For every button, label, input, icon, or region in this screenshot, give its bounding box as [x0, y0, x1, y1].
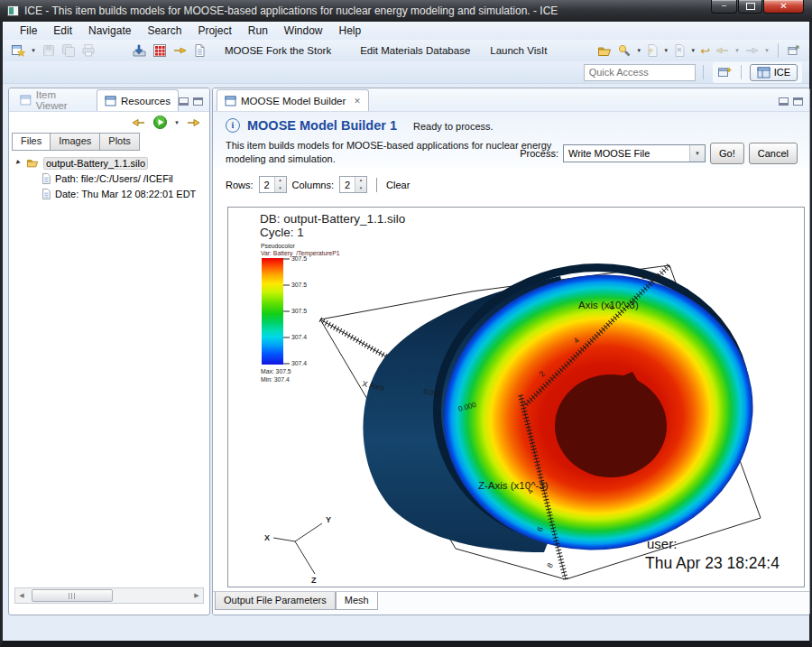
resource-subtabs: Files Images Plots	[9, 133, 209, 151]
next-annotation-dropdown[interactable]: ▼	[690, 48, 696, 53]
forward-arrow-icon	[744, 43, 760, 58]
go-button[interactable]: Go!	[710, 143, 744, 164]
window-title: ICE - This item builds models for MOOSE-…	[0, 0, 812, 22]
tab-moose-model-builder[interactable]: MOOSE Model Builder ✕	[217, 89, 369, 111]
menu-bar: File Edit Navigate Search Project Run Wi…	[3, 22, 809, 40]
new-item-page-icon[interactable]	[193, 43, 206, 58]
legend-title: Pseudocolor	[261, 243, 296, 249]
import-item-icon[interactable]	[132, 43, 147, 58]
moose-fork-button[interactable]: MOOSE Fork the Stork	[217, 43, 339, 58]
cycle-label: Cycle: 1	[260, 226, 304, 239]
rows-up-icon[interactable]: ▲	[275, 177, 286, 185]
tree-row-root[interactable]: ▾ output-Battery_1.1.silo	[15, 155, 209, 171]
back-history-icon[interactable]: ↩	[700, 44, 710, 58]
search-icon[interactable]	[617, 43, 632, 58]
previous-resource-icon[interactable]	[131, 116, 146, 129]
menu-navigate[interactable]: Navigate	[80, 23, 139, 38]
back-dropdown[interactable]: ▼	[734, 48, 740, 53]
play-resource-icon[interactable]	[152, 115, 168, 130]
date-label: Thu Apr 23 18:24:4	[645, 554, 780, 572]
maximize-button[interactable]	[738, 0, 762, 14]
menu-search[interactable]: Search	[139, 23, 189, 38]
grid-separator	[376, 178, 377, 192]
visualization-canvas[interactable]: Axis (x10^-3) Z-Axis (x10^-3) X Axis 0.0…	[227, 207, 805, 587]
open-resource-folder-icon[interactable]	[597, 44, 613, 58]
expander-icon[interactable]: ▾	[14, 157, 25, 169]
legend-max: Max: 307.5	[261, 368, 291, 374]
quick-access-input[interactable]	[584, 64, 696, 81]
file-icon	[41, 172, 51, 185]
minimize-button[interactable]: –	[711, 0, 737, 14]
z-axis-label: Z-Axis (x10^-3)	[478, 480, 549, 491]
minimize-editor-icon[interactable]	[779, 97, 789, 106]
edit-materials-button[interactable]: Edit Materials Database	[352, 43, 478, 58]
legend-tick: 307.4	[291, 360, 307, 366]
horizontal-scrollbar[interactable]: ◀ ▶	[14, 587, 204, 604]
cancel-button[interactable]: Cancel	[749, 143, 798, 164]
tab-output-file-parameters[interactable]: Output File Parameters	[215, 592, 336, 610]
columns-down-icon[interactable]: ▼	[355, 185, 366, 193]
detach-editor-icon[interactable]	[787, 44, 800, 57]
colorbar	[262, 258, 283, 365]
menu-project[interactable]: Project	[189, 23, 239, 38]
resources-label: Resources	[121, 96, 171, 106]
minimize-view-icon[interactable]	[179, 97, 189, 106]
rows-spinner[interactable]: 2 ▲▼	[259, 176, 287, 193]
triad-y-label: Y	[326, 515, 331, 524]
tree-row-date[interactable]: Date: Thu Mar 12 08:22:01 EDT	[41, 186, 209, 201]
process-combo[interactable]: Write MOOSE File ▼	[563, 144, 706, 162]
perspective-separator-2	[741, 65, 742, 79]
new-wizard-dropdown[interactable]: ▼	[31, 48, 36, 53]
scroll-left-icon[interactable]: ◀	[15, 592, 28, 599]
grid-controls: Rows: 2 ▲▼ Columns: 2 ▲▼ Clear	[213, 168, 809, 193]
rows-down-icon[interactable]: ▼	[275, 185, 286, 193]
maximize-view-icon[interactable]	[193, 97, 203, 106]
combo-dropdown-icon[interactable]: ▼	[689, 145, 705, 162]
timestamp: user: Thu Apr 23 18:24:4	[645, 536, 780, 572]
columns-spinner[interactable]: 2 ▲▼	[339, 176, 367, 193]
columns-label: Columns:	[292, 180, 334, 190]
next-resource-icon[interactable]	[186, 116, 201, 129]
subtab-plots[interactable]: Plots	[99, 133, 139, 151]
menu-edit[interactable]: Edit	[45, 23, 80, 38]
clear-button[interactable]: Clear	[386, 180, 410, 190]
ice-perspective-label: ICE	[774, 67, 790, 78]
go-arrow-icon[interactable]	[172, 43, 188, 58]
scrollbar-thumb[interactable]	[32, 589, 113, 602]
search-dropdown[interactable]: ▼	[636, 48, 641, 53]
subtab-files[interactable]: Files	[12, 133, 51, 151]
resources-toolbar: ▼	[9, 112, 209, 133]
editor-bottom-tabs: Output File Parameters Mesh	[213, 591, 809, 615]
new-wizard-icon[interactable]	[11, 43, 25, 58]
last-edit-location-icon	[646, 43, 659, 58]
tree-row-path[interactable]: Path: file:/C:/Users/ /ICEFil	[41, 171, 209, 186]
close-button[interactable]: ✕	[763, 0, 804, 14]
file-icon	[41, 188, 51, 200]
play-dropdown[interactable]: ▼	[174, 120, 180, 125]
open-perspective-icon[interactable]	[717, 65, 733, 79]
last-edit-dropdown[interactable]: ▼	[663, 48, 669, 53]
tab-mesh[interactable]: Mesh	[336, 592, 378, 610]
launch-visit-button[interactable]: Launch VisIt	[482, 43, 555, 58]
ice-perspective-button[interactable]: ICE	[750, 64, 798, 81]
title-bar[interactable]: ICE - This item builds models for MOOSE-…	[0, 0, 812, 22]
forward-dropdown[interactable]: ▼	[764, 48, 770, 53]
legend-tick: 307.5	[291, 308, 307, 314]
close-tab-icon[interactable]: ✕	[354, 97, 361, 106]
menu-file[interactable]: File	[12, 23, 45, 38]
subtab-images[interactable]: Images	[50, 133, 100, 151]
file-tree: ▾ output-Battery_1.1.silo Path: file:/C:…	[9, 151, 209, 201]
next-annotation-icon	[673, 43, 686, 58]
scroll-right-icon[interactable]: ▶	[190, 592, 203, 599]
tab-resources[interactable]: Resources	[97, 89, 179, 111]
tree-path-label: Path: file:/C:/Users/ /ICEFil	[55, 173, 173, 184]
maximize-editor-icon[interactable]	[793, 97, 803, 106]
z-tick-label: 8	[545, 561, 555, 569]
tab-item-viewer[interactable]: Item Viewer	[13, 89, 97, 111]
columns-up-icon[interactable]: ▲	[355, 177, 366, 185]
menu-help[interactable]: Help	[331, 23, 370, 38]
tree-root-label: output-Battery_1.1.silo	[43, 157, 148, 170]
menu-window[interactable]: Window	[276, 23, 331, 38]
menu-run[interactable]: Run	[240, 23, 276, 38]
materials-grid-icon[interactable]	[152, 43, 167, 58]
